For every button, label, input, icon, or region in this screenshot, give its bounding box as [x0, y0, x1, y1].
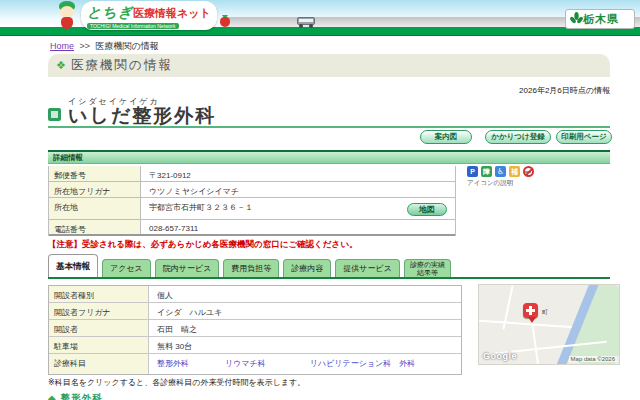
details-table: 郵便番号 〒321-0912 所在地フリガナ ウツノミヤシイシイマチ 所在地 宇…	[48, 166, 456, 236]
breadcrumb-current: 医療機関の情報	[96, 41, 159, 51]
bus-icon	[297, 17, 315, 28]
support-icon: 補	[509, 166, 520, 177]
map-marker-icon[interactable]	[523, 303, 538, 318]
wheelchair-icon: ♿	[495, 166, 506, 177]
mascot-icon	[55, 1, 79, 33]
row-value: 028-657-7311	[141, 220, 455, 234]
table-row: 所在地 宇都宮市石井町３２３６－１ 地図	[49, 198, 455, 220]
no-smoking-icon	[523, 166, 534, 177]
department-link-rehabilitation[interactable]: リハビリテーション科	[310, 358, 392, 374]
map-button[interactable]: 地図	[407, 203, 447, 216]
table-row: 診療科目 整形外科 リウマチ科 リハビリテーション科 外科	[49, 354, 461, 374]
table-row: 開設者 石田 晴之	[49, 320, 461, 337]
breadcrumb-home-link[interactable]: Home	[50, 41, 74, 51]
row-value: 個人	[149, 286, 461, 302]
tab-provided-services[interactable]: 提供サービス	[335, 259, 400, 278]
bottom-section-header: ◆ 整形外科	[48, 392, 103, 400]
tab-results-line2: 結果等	[410, 269, 445, 277]
table-row: 駐車場 無料 30台	[49, 337, 461, 354]
row-value: イシダ ハルユキ	[149, 303, 461, 319]
logo-subtitle: TOCHIGI Medical Information Network	[87, 23, 179, 29]
tab-results[interactable]: 診療の実績 結果等	[404, 259, 451, 278]
tochigi-leaf-icon	[570, 12, 583, 26]
title-underline	[48, 126, 610, 128]
map-marker-label: 町	[542, 308, 548, 317]
department-links: 整形外科 リウマチ科 リハビリテーション科 外科	[149, 354, 461, 374]
guide-map-button[interactable]: 案内図	[420, 130, 472, 144]
department-link-surgery[interactable]: 外科	[399, 358, 415, 374]
row-value: ウツノミヤシイシイマチ	[141, 182, 455, 197]
row-label: 診療科目	[49, 354, 149, 374]
tab-medical-content[interactable]: 診療内容	[283, 259, 331, 278]
table-row: 開設者フリガナ イシダ ハルユキ	[49, 303, 461, 320]
row-value: 無料 30台	[149, 337, 461, 353]
row-value: 〒321-0912	[141, 166, 455, 181]
breadcrumb: Home >> 医療機関の情報	[50, 40, 159, 53]
family-doctor-register-button[interactable]: かかりつけ登録	[485, 130, 551, 144]
tab-costs[interactable]: 費用負担等	[223, 259, 279, 278]
row-label: 所在地	[49, 198, 141, 219]
map-copyright: Map data ©2026	[569, 356, 617, 362]
print-page-button[interactable]: 印刷用ページ	[556, 130, 612, 144]
prefecture-name: 栃木県	[583, 12, 619, 27]
tab-access[interactable]: アクセス	[102, 259, 151, 278]
facility-square-icon	[48, 108, 61, 121]
department-link-orthopedics[interactable]: 整形外科	[157, 358, 189, 374]
google-watermark: Google	[483, 351, 517, 361]
notice-text: 【注意】受診される際は、必ずあらかじめ各医療機関の窓口にご確認ください。	[48, 239, 357, 251]
table-row: 郵便番号 〒321-0912	[49, 166, 455, 182]
parking-icon: P	[467, 166, 478, 177]
tab-in-hospital-services[interactable]: 院内サービス	[155, 259, 220, 278]
icon-legend-link[interactable]: アイコンの説明	[467, 179, 513, 188]
breadcrumb-separator: >>	[80, 41, 91, 51]
tab-underline	[48, 277, 610, 279]
map-road	[479, 320, 574, 329]
bottom-section-title: 整形外科	[61, 392, 103, 400]
basic-info-table: 開設者種別 個人 開設者フリガナ イシダ ハルユキ 開設者 石田 晴之 駐車場 …	[48, 285, 462, 375]
row-label: 郵便番号	[49, 166, 141, 181]
row-label: 駐車場	[49, 337, 149, 353]
tab-basic-info[interactable]: 基本情報	[48, 254, 98, 278]
strawberry-icon	[220, 15, 230, 27]
info-date: 2026年2月6日時点の情報	[470, 85, 610, 96]
diamond-icon: ◆	[48, 393, 56, 400]
site-logo[interactable]: とちぎ医療情報ネット TOCHIGI Medical Information N…	[55, 1, 240, 35]
prefecture-badge[interactable]: 栃木県	[565, 9, 635, 29]
map-marker-tip	[528, 317, 536, 323]
logo-title-rest: 医療情報ネット	[133, 7, 211, 19]
row-value: 宇都宮市石井町３２３６－１ 地図	[141, 198, 455, 219]
tab-results-line1: 診療の実績	[410, 261, 445, 269]
tab-bar: 基本情報 アクセス 院内サービス 費用負担等 診療内容 提供サービス 診療の実績…	[48, 253, 451, 278]
barrier-free-icon: 障	[481, 166, 492, 177]
facility-feature-icons: P 障 ♿ 補	[467, 166, 534, 177]
table-row: 開設者種別 個人	[49, 286, 461, 303]
row-label: 開設者	[49, 320, 149, 336]
row-value: 石田 晴之	[149, 320, 461, 336]
section-header: ❖ 医療機関の情報	[48, 54, 610, 77]
logo-text-box: とちぎ医療情報ネット TOCHIGI Medical Information N…	[81, 1, 217, 30]
map-thumbnail[interactable]: 町 Google Map data ©2026	[478, 284, 620, 365]
row-label: 電話番号	[49, 220, 141, 234]
diamond-icon: ❖	[56, 59, 66, 72]
footnote-text: ※科目名をクリックすると、各診療科目の外来受付時間を表示します。	[48, 377, 305, 388]
row-label: 所在地フリガナ	[49, 182, 141, 197]
row-label: 開設者フリガナ	[49, 303, 149, 319]
row-label: 開設者種別	[49, 286, 149, 302]
department-link-rheumatology[interactable]: リウマチ科	[225, 358, 266, 374]
table-row: 所在地フリガナ ウツノミヤシイシイマチ	[49, 182, 455, 198]
section-title: 医療機関の情報	[71, 57, 173, 74]
details-header: 詳細情報	[48, 150, 610, 164]
logo-title-main: とちぎ	[87, 4, 133, 20]
address-text: 宇都宮市石井町３２３６－１	[149, 202, 253, 219]
table-row: 電話番号 028-657-7311	[49, 220, 455, 236]
